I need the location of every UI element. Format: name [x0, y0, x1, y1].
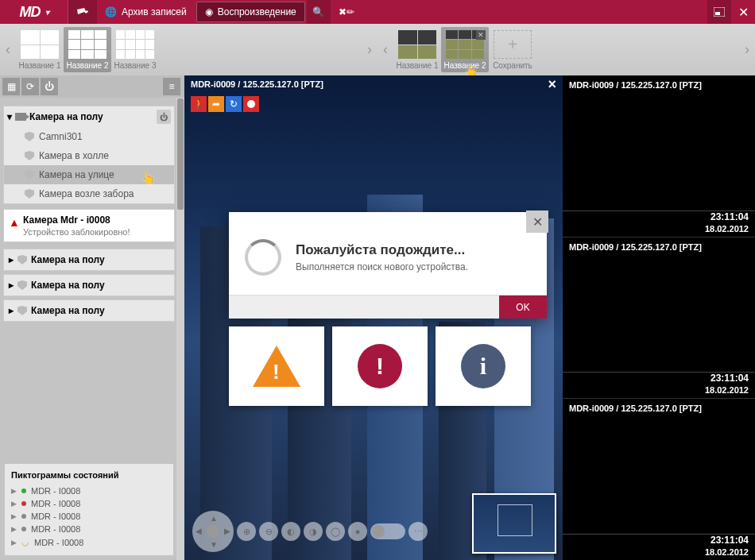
playback-label: Воспроизведение — [218, 6, 296, 17]
menu-button[interactable]: ≡ — [163, 78, 180, 95]
window-close-button[interactable]: ✕ — [731, 0, 755, 24]
layout-tab-r2[interactable]: ✕ Название 2 👆 — [441, 27, 489, 72]
ptz-zoom-out[interactable]: ⊖ — [259, 522, 278, 541]
group-title: Камера на полу — [29, 111, 103, 122]
tree-item[interactable]: Camni301 — [4, 127, 174, 146]
logo[interactable]: MD▾ — [0, 4, 68, 21]
topbar: MD▾ 🌐 Архив записей ◉ Воспроизведение 🔍 … — [0, 0, 755, 24]
search-button[interactable]: 🔍 — [307, 0, 331, 24]
layout-tab-label: Название 2 — [66, 61, 108, 70]
dialog-close-button[interactable]: ✕ — [526, 210, 548, 233]
layout-tab-1[interactable]: Название 1 — [16, 27, 64, 72]
error-circle-icon: ! — [358, 344, 402, 388]
tile-title: MDR-i0009 / 125.225.127.0 [PTZ] — [569, 404, 702, 413]
dialog-ok-button[interactable]: OK — [499, 295, 547, 319]
shield-icon — [25, 189, 34, 199]
layout-tab-r1[interactable]: Название 1 — [393, 27, 441, 72]
plus-icon: + — [494, 30, 532, 59]
dialog-subtitle: Выполняется поиск нового устройства. — [296, 261, 468, 272]
expand-icon: ▸ — [9, 254, 14, 265]
refresh-button[interactable]: ⟳ — [21, 78, 39, 95]
power-button[interactable]: ⏻ — [41, 78, 58, 95]
tile-title: MDR-i0009 / 125.225.127.0 [PTZ] — [569, 242, 702, 252]
tab-close-button[interactable]: ✕ — [476, 30, 486, 40]
cursor-icon: 👆 — [141, 172, 155, 184]
grid-button[interactable]: ▦ — [2, 78, 20, 95]
tools-icon: ✖✏ — [339, 6, 354, 17]
info-card[interactable]: i — [436, 326, 531, 406]
triangle-icon: ▶ — [11, 525, 17, 533]
alert-cards: ! i — [229, 326, 531, 406]
video-tiles: MDR-i0009 / 125.225.127.0 [PTZ] 23:11:04… — [563, 75, 755, 560]
layouts-right-next[interactable]: › — [739, 27, 755, 72]
playback-button[interactable]: ◉ Воспроизведение — [196, 2, 305, 22]
tile-date: 18.02.2012 — [705, 224, 749, 234]
shield-icon — [25, 170, 34, 180]
wait-dialog: ✕ Пожалуйста подождите... Выполняется по… — [229, 212, 547, 319]
triangle-icon: ▶ — [11, 487, 17, 495]
tile-time: 23:11:04 — [710, 211, 749, 222]
record-icon[interactable] — [243, 96, 259, 112]
shield-icon — [17, 306, 27, 315]
ptz-preset[interactable]: ⋯ — [408, 522, 428, 541]
layout-tab-3[interactable]: Название 3 — [111, 27, 159, 72]
tree-group-collapsed[interactable]: ▸Камера на полу — [3, 299, 175, 322]
spinner-icon — [245, 239, 281, 276]
layouts-left-next[interactable]: › — [362, 27, 378, 72]
motion-icon[interactable]: 🚶 — [191, 96, 207, 112]
ptz-zoom-in[interactable]: ⊕ — [237, 522, 256, 541]
error-card[interactable]: ! — [332, 326, 428, 406]
video-close-button[interactable]: × — [548, 76, 556, 93]
tile-time: 23:11:04 — [710, 373, 749, 384]
shield-icon — [17, 255, 27, 265]
tools-button[interactable]: ✖✏ — [331, 0, 362, 24]
layout-tab-2[interactable]: Название 2 — [64, 27, 111, 72]
sidebar-scrollbar[interactable] — [176, 98, 184, 560]
camera-icon — [76, 7, 89, 17]
archive-button[interactable]: 🌐 Архив записей — [97, 0, 195, 24]
sync-icon[interactable]: ↻ — [226, 96, 242, 112]
tile-date: 18.02.2012 — [705, 547, 749, 557]
ptz-iris-close[interactable]: ● — [348, 522, 367, 541]
camera-mode-button[interactable] — [68, 0, 97, 24]
tile-date: 18.02.2012 — [705, 385, 749, 395]
video-title: MDR-i0009 / 125.225.127.0 [PTZ] — [191, 79, 323, 89]
archive-label: Архив записей — [122, 6, 187, 17]
group-power-button[interactable]: ⏻ — [157, 110, 171, 124]
layout-tab-save[interactable]: + Сохранить — [489, 27, 536, 72]
dialog-title: Пожалуйста подождите... — [296, 242, 468, 258]
window-layout-button[interactable] — [707, 0, 731, 24]
collapse-icon: ▾ — [7, 111, 12, 122]
export-icon[interactable]: ➦ — [208, 96, 224, 112]
layouts-left-prev[interactable]: ‹ — [0, 27, 16, 72]
legend-title: Пиктограммы состояний — [11, 470, 167, 480]
warning-card[interactable] — [229, 326, 324, 406]
ptz-dpad[interactable]: ▲ ▼ ◀ ▶ — [192, 511, 234, 552]
video-tile[interactable]: MDR-i0009 / 125.225.127.0 [PTZ] 23:11:04… — [563, 237, 755, 399]
ptz-speed-slider[interactable] — [370, 523, 405, 539]
tree-item[interactable]: Камера возле забора — [4, 184, 174, 203]
picture-in-picture[interactable] — [472, 493, 556, 554]
tree-item[interactable]: Камера в холле — [4, 146, 174, 165]
video-tile[interactable]: MDR-i0009 / 125.225.127.0 [PTZ] 23:11:04… — [563, 75, 755, 237]
layout-tab-label: Название 3 — [114, 61, 156, 70]
arrow-right-icon: ▶ — [224, 527, 230, 535]
layout-tab-label: Название 1 — [18, 61, 60, 70]
status-dot-red — [21, 501, 26, 506]
device-alert[interactable]: ▲ Камера Mdr - i0008 Устройство заблокир… — [3, 209, 175, 242]
tree-group-collapsed[interactable]: ▸Камера на полу — [3, 274, 175, 296]
video-main[interactable]: MDR-i0009 / 125.225.127.0 [PTZ] × 🚶 ➦ ↻ … — [184, 75, 563, 560]
arrow-left-icon: ◀ — [196, 527, 202, 535]
video-tile[interactable]: MDR-i0009 / 125.225.127.0 [PTZ] 23:11:04… — [563, 398, 755, 560]
tree-item[interactable]: Камера на улице 👆 — [4, 165, 174, 184]
legend-row: ▶MDR - I0008 — [11, 485, 167, 497]
triangle-icon: ▶ — [11, 512, 17, 520]
camera-tree: ▾ Камера на полу ⏻ Camni301 Камера в хол… — [0, 98, 184, 331]
ptz-focus-far[interactable]: ◑ — [304, 522, 323, 541]
tree-group-collapsed[interactable]: ▸Камера на полу — [3, 249, 175, 271]
layouts-right-prev[interactable]: ‹ — [378, 27, 393, 72]
ptz-iris-open[interactable]: ◯ — [326, 522, 345, 541]
status-legend: Пиктограммы состояний ▶MDR - I0008 ▶MDR … — [5, 464, 173, 555]
tree-group-header[interactable]: ▾ Камера на полу ⏻ — [4, 106, 174, 127]
ptz-focus-near[interactable]: ◐ — [281, 522, 300, 541]
